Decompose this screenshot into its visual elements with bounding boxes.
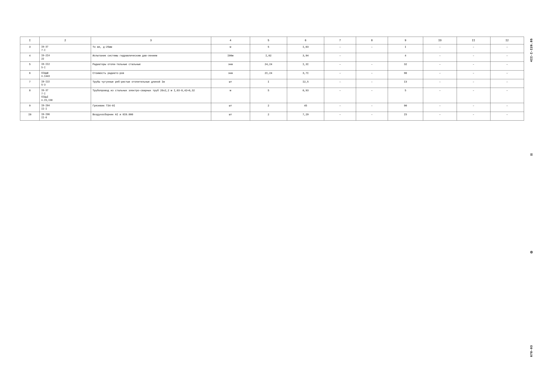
- table-row: 6ССЦцШп.I443Стоимость радиато-ровэкм2I,2…: [20, 70, 524, 79]
- cell-r7-c0: I0: [20, 112, 40, 120]
- header-col11: II: [457, 37, 490, 44]
- header-col1: I: [20, 37, 40, 44]
- cell-r1-c1: I6-2I422: [40, 53, 91, 62]
- cell-r4-c1: I8-I225-3: [40, 79, 91, 88]
- cell-r7-c5: 7,29: [287, 112, 324, 120]
- header-col2: 2: [40, 37, 91, 44]
- table-row: 9I8-I84II-IГрязевик Т34-0Iшт245––90–––: [20, 103, 524, 112]
- cell-r6-c6: –: [324, 103, 356, 112]
- table-row: I0I8-I96II-6Воздухосборник АI и 0I0.000ш…: [20, 112, 524, 120]
- cell-r4-c10: –: [457, 79, 490, 88]
- cell-r3-c3: экм: [211, 70, 250, 79]
- cell-r6-c1: I8-I84II-I: [40, 103, 91, 112]
- cell-r3-c5: 3,7I: [287, 70, 324, 79]
- cell-r3-c0: 6: [20, 70, 40, 79]
- cell-r1-c11: –: [490, 53, 524, 62]
- cell-r4-c8: I3: [388, 79, 423, 88]
- cell-r2-c3: экм: [211, 62, 250, 70]
- cell-r7-c8: I5: [388, 112, 423, 120]
- cell-r4-c2: Трубы чугунные реб-ристые отопительные д…: [91, 79, 211, 88]
- cell-r7-c4: 2: [250, 112, 287, 120]
- cell-r4-c6: –: [324, 79, 356, 88]
- cell-r6-c0: 9: [20, 103, 40, 112]
- cell-r5-c11: –: [490, 88, 524, 103]
- cell-r0-c1: I6-377-I: [40, 44, 91, 53]
- cell-r3-c2: Стоимость радиато-ров: [91, 70, 211, 79]
- cell-r2-c1: I8-II25-I: [40, 62, 91, 70]
- bottom-label: 678-03: [530, 345, 533, 359]
- cell-r1-c3: I00м: [211, 53, 250, 62]
- cell-r5-c5: 0,93: [287, 88, 324, 103]
- table-row: 8I6-377-IССЦцIп.I5,I30Трубопровод из ста…: [20, 88, 524, 103]
- cell-r7-c2: Воздухосборник АI и 0I0.000: [91, 112, 211, 120]
- cell-r7-c1: I8-I96II-6: [40, 112, 91, 120]
- cell-r7-c3: шт: [211, 112, 250, 120]
- cell-r5-c9: –: [423, 88, 457, 103]
- header-col8: 8: [356, 37, 388, 44]
- cell-r2-c4: 24,24: [250, 62, 287, 70]
- cell-r5-c10: –: [457, 88, 490, 103]
- cell-r0-c6: –: [324, 44, 356, 53]
- cell-r2-c6: –: [324, 62, 356, 70]
- table-row: 5I8-II25-IРадиаторы отопи-тельные стальн…: [20, 62, 524, 70]
- cell-r1-c0: 4: [20, 53, 40, 62]
- cell-r4-c11: –: [490, 79, 524, 88]
- top-label: 4II-I-I26.85: [530, 37, 533, 62]
- cell-r6-c7: –: [356, 103, 388, 112]
- cell-r0-c7: –: [356, 44, 388, 53]
- cell-r4-c0: 7: [20, 79, 40, 88]
- cell-r1-c4: I,02: [250, 53, 287, 62]
- cell-r2-c11: –: [490, 62, 524, 70]
- header-col7: 7: [324, 37, 356, 44]
- cell-r4-c3: шт: [211, 79, 250, 88]
- cell-r4-c5: I2,5: [287, 79, 324, 88]
- cell-r7-c10: –: [457, 112, 490, 120]
- cell-r3-c1: ССЦцШп.I443: [40, 70, 91, 79]
- cell-r6-c11: –: [490, 103, 524, 112]
- cell-r0-c5: I,03: [287, 44, 324, 53]
- cell-r1-c7: [356, 53, 388, 62]
- cell-r0-c3: м: [211, 44, 250, 53]
- cell-r7-c9: –: [423, 112, 457, 120]
- table-row: 4I6-2I422Испытание системы гидравлически…: [20, 53, 524, 62]
- cell-r6-c10: –: [457, 103, 490, 112]
- cell-r5-c7: –: [356, 88, 388, 103]
- cell-r6-c8: 90: [388, 103, 423, 112]
- cell-r5-c2: Трубопровод из стальных электро-сварных …: [91, 88, 211, 103]
- cell-r3-c11: –: [490, 70, 524, 79]
- cell-r2-c8: 32: [388, 62, 423, 70]
- cell-r5-c6: –: [324, 88, 356, 103]
- cell-r0-c8: I: [388, 44, 423, 53]
- header-row: I 2 3 4 5 6 7 8 9 IO II I2: [20, 37, 524, 44]
- cell-r3-c10: –: [457, 70, 490, 79]
- main-table: I 2 3 4 5 6 7 8 9 IO II I2 3I6-377-IТо ж…: [20, 37, 524, 121]
- cell-r2-c2: Радиаторы отопи-тельные стальные: [91, 62, 211, 70]
- side-labels: 4II-I-I26.85 ≡ ⊕ 678-03: [526, 37, 537, 359]
- cell-r0-c2: То же, д-25мм: [91, 44, 211, 53]
- cell-r7-c6: –: [324, 112, 356, 120]
- cell-r5-c1: I6-377-IССЦцIп.I5,I30: [40, 88, 91, 103]
- cell-r0-c10: –: [457, 44, 490, 53]
- cell-r0-c4: 5: [250, 44, 287, 53]
- cell-r3-c9: –: [423, 70, 457, 79]
- cell-r1-c6: –: [324, 53, 356, 62]
- cell-r1-c5: 3,94: [287, 53, 324, 62]
- cell-r2-c9: –: [423, 62, 457, 70]
- cell-r7-c11: –: [490, 112, 524, 120]
- cell-r6-c3: шт: [211, 103, 250, 112]
- header-col12: I2: [490, 37, 524, 44]
- cell-r3-c4: 2I,24: [250, 70, 287, 79]
- cell-r0-c0: 3: [20, 44, 40, 53]
- cell-r5-c3: м: [211, 88, 250, 103]
- header-col10: IO: [423, 37, 457, 44]
- cell-r7-c7: –: [356, 112, 388, 120]
- cell-r2-c7: –: [356, 62, 388, 70]
- header-col4: 4: [211, 37, 250, 44]
- table-row: 3I6-377-IТо же, д-25ммм5I,03––I–––: [20, 44, 524, 53]
- arrow-icon: ⊕: [530, 248, 533, 257]
- middle-icon: ≡: [530, 150, 533, 159]
- header-col6: 6: [287, 37, 324, 44]
- cell-r1-c10: –: [457, 53, 490, 62]
- cell-r1-c9: –: [423, 53, 457, 62]
- cell-r6-c4: 2: [250, 103, 287, 112]
